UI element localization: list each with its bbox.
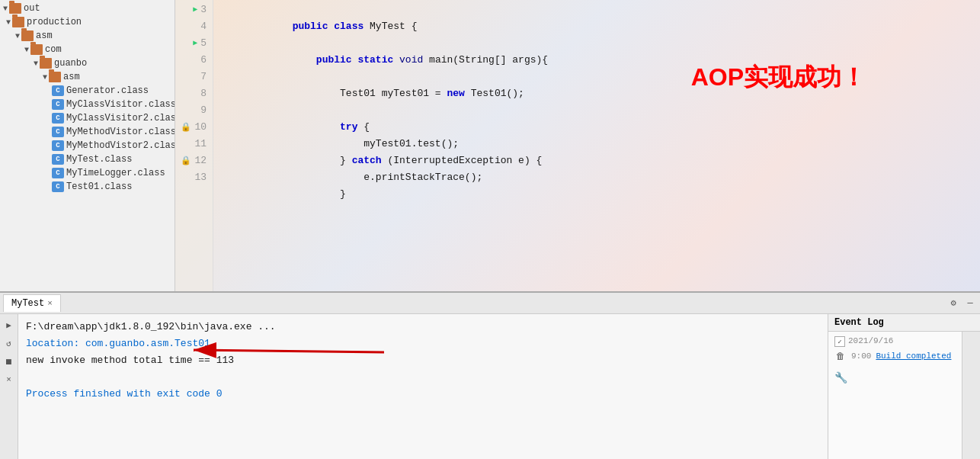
line-num-10: 🔒 10 [175, 119, 207, 136]
class-file-icon: C [52, 127, 64, 137]
event-log-panel: Event Log ✓ 2021/9/16 🗑 9:00 Build compl… [828, 314, 980, 459]
code-content[interactable]: public class MyTest { public static void… [213, 0, 980, 291]
tree-item-myclassvisitor[interactable]: C MyClassVisitor.class [0, 98, 175, 111]
arrow-icon: ▼ [15, 32, 20, 40]
tree-label: guanbo [54, 58, 87, 69]
line-num-5: ▶ 5 [175, 35, 207, 52]
line-num-8: 8 [175, 85, 207, 102]
event-date-label: 2021/9/16 [848, 336, 893, 345]
tree-item-generator[interactable]: C Generator.class [0, 84, 175, 98]
tree-item-mymethodvistor2[interactable]: C MyMethodVistor2.class [0, 139, 175, 152]
event-log-body: ✓ 2021/9/16 🗑 9:00 Build completed 🔧 [828, 332, 980, 459]
tree-item-asm1[interactable]: ▼ asm [0, 29, 175, 43]
main-container: ▼ out ▼ production ▼ asm ▼ com ▼ [0, 0, 980, 459]
code-editor: ▶ 3 4 ▶ 5 6 7 [175, 0, 980, 291]
tab-controls: ⚙ — [946, 297, 977, 310]
tree-item-out[interactable]: ▼ out [0, 2, 175, 15]
class-file-icon: C [52, 113, 64, 124]
code-line-9: try { [221, 102, 972, 119]
aop-success-label: AOP实现成功！ [691, 61, 866, 95]
rerun-icon[interactable]: ↺ [3, 337, 15, 349]
event-log-right-icons [962, 332, 980, 459]
settings-button[interactable]: ⚙ [946, 297, 960, 310]
tree-item-production[interactable]: ▼ production [0, 15, 175, 29]
class-file-icon: C [52, 154, 64, 165]
event-log-content: ✓ 2021/9/16 🗑 9:00 Build completed 🔧 [828, 332, 962, 459]
tree-item-mymethodvistor[interactable]: C MyMethodVistor.class [0, 125, 175, 139]
console-line-5: Process finished with exit code 0 [26, 386, 820, 403]
console-output: F:\dream\app\jdk1.8.0_192\bin\java.exe .… [18, 314, 828, 459]
console-line-2: location: com.guanbo.asm.Test01 [26, 335, 820, 352]
tree-item-test01[interactable]: C Test01.class [0, 180, 175, 194]
event-log-header: Event Log [828, 314, 980, 332]
line-num-11: 11 [175, 136, 207, 152]
tree-label: asm [63, 72, 80, 82]
tree-label: com [45, 44, 62, 55]
tree-label: Test01.class [66, 181, 132, 192]
console-line-3: new invoke method total time == 113 [26, 352, 820, 369]
class-file-icon: C [52, 99, 64, 110]
tree-item-mytimelogger[interactable]: C MyTimeLogger.class [0, 166, 175, 180]
tree-label: MyClassVisitor2.class [66, 113, 175, 124]
event-time-row: 🗑 9:00 Build completed [834, 350, 956, 362]
trash-icon[interactable]: 🗑 [834, 350, 847, 362]
minimize-button[interactable]: — [963, 297, 977, 310]
build-completed-link[interactable]: Build completed [876, 351, 951, 361]
tree-label: MyMethodVistor2.class [66, 140, 175, 151]
tree-label: out [24, 3, 40, 14]
event-time-label: 9:00 [851, 351, 871, 361]
tree-item-com[interactable]: ▼ com [0, 43, 175, 56]
top-area: ▼ out ▼ production ▼ asm ▼ com ▼ [0, 0, 980, 291]
tree-label: MyTimeLogger.class [66, 168, 165, 178]
arrow-icon: ▼ [34, 59, 38, 68]
tree-label: Generator.class [66, 85, 149, 96]
code-line-5: public static void main(String[] args){ [221, 35, 972, 52]
tree-item-guanbo[interactable]: ▼ guanbo [0, 56, 175, 70]
arrow-icon: ▼ [3, 5, 8, 13]
tree-item-myclassvisitor2[interactable]: C MyClassVisitor2.class [0, 111, 175, 125]
tree-label: asm [36, 30, 53, 41]
class-file-icon: C [52, 168, 64, 178]
arrow-icon: ▼ [43, 73, 47, 82]
tree-item-asm2[interactable]: ▼ asm [0, 70, 175, 84]
arrow-icon: ▼ [24, 46, 29, 54]
bottom-tab-bar: MyTest × ⚙ — [0, 293, 980, 314]
arrow-icon: ▼ [6, 18, 11, 27]
file-tree-sidebar: ▼ out ▼ production ▼ asm ▼ com ▼ [0, 0, 175, 291]
folder-icon-asm2 [49, 72, 61, 82]
tree-label: production [27, 17, 82, 27]
folder-icon-production [12, 17, 24, 27]
class-file-icon: C [52, 85, 64, 96]
wrench-icon[interactable]: 🔧 [834, 371, 847, 384]
folder-icon-guanbo [40, 58, 52, 69]
bottom-content: ▶ ↺ ⏹ × F:\dream\app\jdk1.8.0_192\bin\ja… [0, 314, 980, 459]
console-tab[interactable]: MyTest × [3, 294, 61, 312]
line-numbers-gutter: ▶ 3 4 ▶ 5 6 7 [175, 0, 213, 291]
line-num-12: 🔒 12 [175, 152, 207, 169]
folder-icon-asm1 [21, 30, 34, 41]
console-left-icons: ▶ ↺ ⏹ × [0, 314, 18, 459]
tree-label: MyTest.class [66, 154, 132, 165]
line-num-13: 13 [175, 169, 207, 186]
event-date-row: ✓ 2021/9/16 [834, 336, 956, 347]
stop-icon[interactable]: ⏹ [3, 355, 15, 368]
tree-label: MyMethodVistor.class [66, 127, 175, 137]
tree-item-mytest[interactable]: C MyTest.class [0, 152, 175, 166]
run-arrow-icon: ▶ [193, 35, 197, 52]
tree-label: MyClassVisitor.class [66, 99, 175, 110]
line-num-3: ▶ 3 [175, 2, 207, 18]
tab-close-button[interactable]: × [47, 299, 53, 308]
console-tab-label: MyTest [11, 298, 44, 309]
folder-icon-com [30, 44, 43, 55]
line-num-7: 7 [175, 69, 207, 85]
close-panel-icon[interactable]: × [3, 374, 15, 386]
code-editor-area: AOP实现成功！ ▶ 3 4 ▶ 5 6 [175, 0, 980, 291]
console-line-1: F:\dream\app\jdk1.8.0_192\bin\java.exe .… [26, 319, 820, 335]
run-arrow-icon: ▶ [193, 2, 197, 18]
code-line-3: public class MyTest { [221, 2, 972, 18]
bottom-panel: MyTest × ⚙ — ▶ ↺ ⏹ × F:\dream\app\jdk1.8… [0, 291, 980, 459]
checkbox-icon[interactable]: ✓ [834, 336, 845, 347]
play-icon[interactable]: ▶ [3, 319, 15, 331]
folder-icon-out [9, 3, 21, 14]
console-line-4 [26, 369, 820, 386]
